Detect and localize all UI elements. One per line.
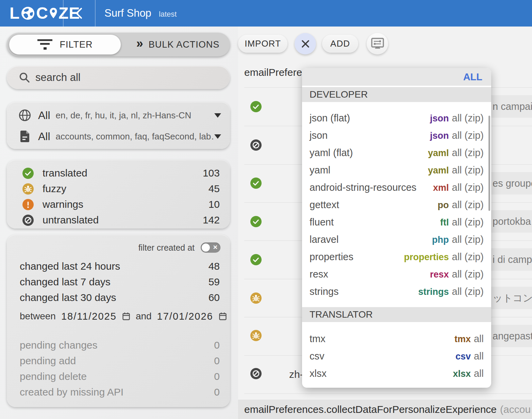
value-cell[interactable]: portokba bbox=[491, 210, 532, 233]
format-all-zip-links[interactable]: all (zip) bbox=[452, 234, 484, 245]
export-format-json-flat[interactable]: json (flat) jsonall (zip) bbox=[302, 110, 491, 127]
add-button[interactable]: ADD bbox=[322, 35, 358, 53]
all-languages-link[interactable]: ALL bbox=[463, 71, 482, 83]
created-by-missing-api-row[interactable]: created by missing API 0 bbox=[7, 384, 230, 400]
export-format-laravel[interactable]: laravel phpall (zip) bbox=[302, 231, 491, 248]
calendar-icon[interactable] bbox=[122, 312, 130, 321]
format-all-link[interactable]: all bbox=[474, 333, 484, 345]
close-button[interactable] bbox=[295, 33, 316, 54]
fuzzy-bug-icon[interactable] bbox=[250, 292, 262, 304]
end-date-field[interactable]: 17/01/2026 bbox=[157, 311, 213, 322]
format-ext[interactable]: strings bbox=[418, 287, 449, 297]
format-label: yaml (flat) bbox=[310, 147, 353, 158]
format-ext[interactable]: ftl bbox=[440, 217, 449, 228]
export-format-json[interactable]: json jsonall (zip) bbox=[302, 127, 491, 144]
search-input[interactable]: search all bbox=[7, 66, 230, 89]
format-ext[interactable]: yaml bbox=[428, 165, 449, 176]
scope-selectors: All en, de, fr, hu, it, ja, nl, zh-Hans-… bbox=[7, 102, 230, 149]
format-all-zip-links[interactable]: all (zip) bbox=[452, 165, 484, 176]
export-format-tmx[interactable]: tmx tmxall bbox=[302, 330, 491, 348]
bulk-actions-tab[interactable]: » BULK ACTIONS bbox=[126, 33, 230, 56]
bulk-actions-label: BULK ACTIONS bbox=[149, 39, 220, 50]
pending-count: 0 bbox=[214, 339, 220, 351]
filter-translated[interactable]: translated 103 bbox=[7, 165, 230, 181]
locize-app: L C ZE bbox=[0, 0, 532, 419]
format-all-zip-links[interactable]: all (zip) bbox=[452, 182, 484, 193]
pending-add-row[interactable]: pending add 0 bbox=[7, 353, 230, 369]
pending-delete-row[interactable]: pending delete 0 bbox=[7, 369, 230, 384]
warning-icon bbox=[22, 199, 34, 210]
format-all-zip-links[interactable]: all (zip) bbox=[452, 199, 484, 211]
format-ext[interactable]: resx bbox=[430, 269, 449, 280]
untranslated-icon[interactable] bbox=[250, 368, 262, 379]
format-ext[interactable]: json bbox=[430, 131, 449, 141]
filter-icon bbox=[37, 39, 53, 50]
import-button[interactable]: IMPORT bbox=[238, 35, 287, 53]
format-all-link[interactable]: all bbox=[474, 368, 484, 379]
format-ext[interactable]: po bbox=[438, 200, 449, 211]
export-format-yaml[interactable]: yaml yamlall (zip) bbox=[302, 162, 491, 179]
namespace-selector[interactable]: All accounts, common, faq, faqSecond, la… bbox=[7, 126, 230, 147]
format-ext[interactable]: xlsx bbox=[453, 369, 471, 379]
format-all-zip-links[interactable]: all (zip) bbox=[452, 113, 484, 124]
start-date-field[interactable]: 18/11/2025 bbox=[61, 311, 117, 322]
calendar-icon[interactable] bbox=[219, 312, 227, 321]
format-all-link[interactable]: all bbox=[474, 351, 484, 362]
format-ext[interactable]: json bbox=[430, 113, 449, 124]
value-cell[interactable]: n campaig bbox=[491, 95, 532, 118]
format-label: xlsx bbox=[310, 368, 327, 379]
filter-tab-label: FILTER bbox=[60, 39, 93, 50]
format-actions: propertiesall (zip) bbox=[404, 251, 484, 263]
changed-count: 59 bbox=[209, 276, 220, 288]
export-format-android-string-resources[interactable]: android-string-resources xmlall (zip) bbox=[302, 179, 491, 196]
value-cell[interactable]: i di camp bbox=[491, 248, 532, 271]
format-ext[interactable]: csv bbox=[455, 351, 471, 362]
format-all-zip-links[interactable]: all (zip) bbox=[452, 286, 484, 297]
dropdown-scrollbar[interactable] bbox=[488, 116, 490, 211]
format-all-zip-links[interactable]: all (zip) bbox=[452, 147, 484, 158]
next-key-row[interactable]: emailPreferences.collectDataForPersonali… bbox=[238, 400, 532, 419]
export-format-yaml-flat[interactable]: yaml (flat) yamlall (zip) bbox=[302, 144, 491, 162]
translated-icon[interactable] bbox=[250, 254, 262, 265]
and-label: and bbox=[136, 311, 152, 322]
filter-fuzzy[interactable]: fuzzy 45 bbox=[7, 181, 230, 197]
value-cell[interactable]: es groupe bbox=[491, 172, 532, 195]
format-ext[interactable]: yaml bbox=[428, 148, 449, 158]
version-label[interactable]: latest bbox=[159, 8, 177, 19]
changed-24h-row[interactable]: changed last 24 hours 48 bbox=[7, 258, 230, 274]
translated-icon[interactable] bbox=[250, 216, 262, 227]
export-format-csv[interactable]: csv csvall bbox=[302, 348, 491, 365]
export-format-resx[interactable]: resx resxall (zip) bbox=[302, 266, 491, 283]
export-format-xlsx[interactable]: xlsx xlsxall bbox=[302, 365, 491, 382]
translated-icon[interactable] bbox=[250, 101, 262, 112]
export-format-strings[interactable]: strings stringsall (zip) bbox=[302, 283, 491, 300]
changed-30d-row[interactable]: changed last 30 days 60 bbox=[7, 290, 230, 305]
format-all-zip-links[interactable]: all (zip) bbox=[452, 217, 484, 228]
format-all-zip-links[interactable]: all (zip) bbox=[452, 130, 484, 141]
value-cell[interactable]: ットコンテ bbox=[491, 287, 532, 309]
format-ext[interactable]: tmx bbox=[454, 334, 471, 345]
translated-icon[interactable] bbox=[250, 178, 262, 189]
filter-tab[interactable]: FILTER bbox=[9, 34, 121, 55]
changed-7d-row[interactable]: changed last 7 days 59 bbox=[7, 274, 230, 290]
export-format-gettext[interactable]: gettext poall (zip) bbox=[302, 196, 491, 214]
value-cell[interactable]: angepaste bbox=[491, 325, 532, 347]
format-ext[interactable]: php bbox=[432, 235, 449, 245]
format-all-zip-links[interactable]: all (zip) bbox=[452, 251, 484, 263]
filter-created-at-toggle[interactable]: ✕ bbox=[201, 242, 220, 253]
filter-warnings[interactable]: warnings 10 bbox=[7, 197, 230, 212]
fuzzy-bug-icon[interactable] bbox=[250, 330, 262, 341]
display-settings-button[interactable] bbox=[367, 33, 388, 54]
filter-untranslated[interactable]: untranslated 142 bbox=[7, 212, 230, 228]
format-ext[interactable]: properties bbox=[404, 252, 449, 263]
format-ext[interactable]: xml bbox=[433, 183, 449, 193]
untranslated-icon[interactable] bbox=[250, 139, 262, 151]
export-format-properties[interactable]: properties propertiesall (zip) bbox=[302, 248, 491, 266]
pending-changes-row[interactable]: pending changes 0 bbox=[7, 337, 230, 353]
app-logo[interactable]: L C ZE bbox=[0, 0, 63, 27]
export-format-fluent[interactable]: fluent ftlall (zip) bbox=[302, 214, 491, 231]
back-button[interactable] bbox=[64, 0, 95, 27]
language-selector[interactable]: All en, de, fr, hu, it, ja, nl, zh-Hans-… bbox=[7, 105, 230, 126]
format-all-zip-links[interactable]: all (zip) bbox=[452, 269, 484, 280]
developer-items: json (flat) jsonall (zip) json jsonall (… bbox=[302, 102, 491, 300]
